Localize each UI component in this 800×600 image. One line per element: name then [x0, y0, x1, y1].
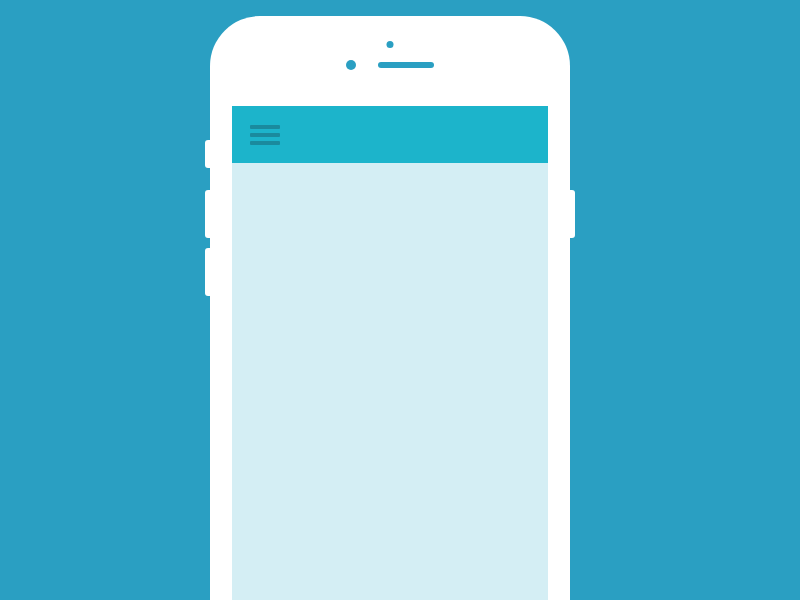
hamburger-line	[250, 125, 280, 129]
volume-down-button	[205, 248, 210, 296]
hamburger-menu-icon[interactable]	[250, 125, 280, 145]
earpiece-speaker	[378, 62, 434, 68]
camera-dot	[387, 41, 394, 48]
proximity-sensor	[346, 60, 356, 70]
phone-screen	[232, 106, 548, 600]
phone-mockup-frame	[210, 16, 570, 600]
volume-up-button	[205, 190, 210, 238]
power-button	[570, 190, 575, 238]
hamburger-line	[250, 141, 280, 145]
app-header-bar	[232, 106, 548, 163]
speaker-group	[346, 60, 434, 70]
hamburger-line	[250, 133, 280, 137]
mute-switch	[205, 140, 210, 168]
